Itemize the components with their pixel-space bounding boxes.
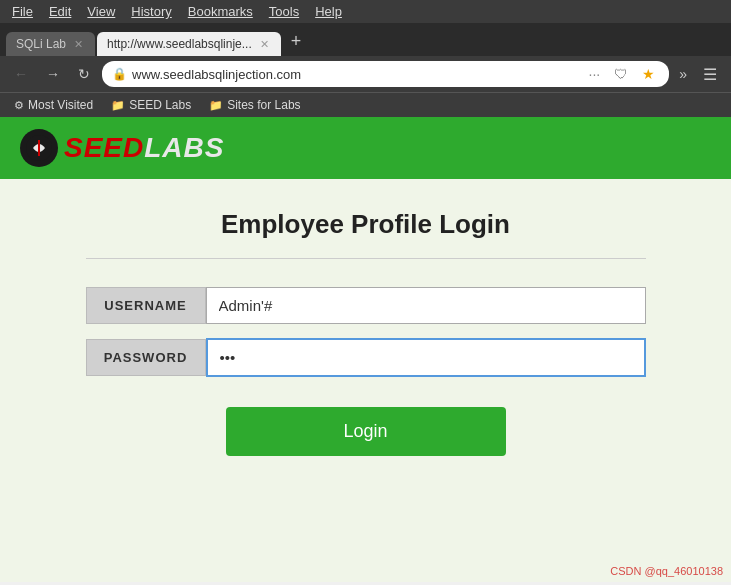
back-button[interactable]: ← xyxy=(8,63,34,85)
logo-text: SEEDLABS xyxy=(64,132,224,164)
bookmarks-bar: ⚙ Most Visited 📁 SEED Labs 📁 Sites for L… xyxy=(0,92,731,117)
star-icon[interactable]: ★ xyxy=(638,64,659,84)
tab-sqli-lab-close[interactable]: ✕ xyxy=(72,38,85,51)
bookmark-sites-for-labs[interactable]: 📁 Sites for Labs xyxy=(203,96,306,114)
menu-edit[interactable]: Edit xyxy=(43,2,77,21)
menu-help[interactable]: Help xyxy=(309,2,348,21)
url-bar[interactable]: 🔒 www.seedlabsqlinjection.com ··· 🛡 ★ xyxy=(102,61,669,87)
page-content: SEEDLABS Employee Profile Login USERNAME… xyxy=(0,117,731,582)
address-bar: ← → ↻ 🔒 www.seedlabsqlinjection.com ··· … xyxy=(0,56,731,92)
logo-icon xyxy=(20,129,58,167)
tab-bar: SQLi Lab ✕ http://www.seedlabsqlinje... … xyxy=(0,23,731,56)
password-row: PASSWORD xyxy=(86,338,646,377)
username-row: USERNAME xyxy=(86,287,646,324)
seedlabs-logo: SEEDLABS xyxy=(20,129,224,167)
bookmark-most-visited[interactable]: ⚙ Most Visited xyxy=(8,96,99,114)
tab-sqli-lab[interactable]: SQLi Lab ✕ xyxy=(6,32,95,56)
more-button[interactable]: ··· xyxy=(585,64,605,84)
url-text: www.seedlabsqlinjection.com xyxy=(132,67,580,82)
tab-sqli-lab-label: SQLi Lab xyxy=(16,37,66,51)
seed-logo-svg xyxy=(25,134,53,162)
password-input[interactable] xyxy=(206,338,646,377)
tab-seedlabsql-close[interactable]: ✕ xyxy=(258,38,271,51)
title-divider xyxy=(86,258,646,259)
username-label: USERNAME xyxy=(86,287,206,324)
most-visited-icon: ⚙ xyxy=(14,99,24,112)
login-area: Employee Profile Login USERNAME PASSWORD… xyxy=(0,179,731,582)
csdn-watermark: CSDN @qq_46010138 xyxy=(610,565,723,577)
tab-seedlabsql[interactable]: http://www.seedlabsqlinje... ✕ xyxy=(97,32,281,56)
url-actions: ··· 🛡 ★ xyxy=(585,64,660,84)
login-button[interactable]: Login xyxy=(226,407,506,456)
logo-labs-text: LABS xyxy=(144,132,224,163)
menu-history[interactable]: History xyxy=(125,2,177,21)
password-label: PASSWORD xyxy=(86,339,206,376)
bookmark-seed-labs[interactable]: 📁 SEED Labs xyxy=(105,96,197,114)
sites-for-labs-folder-icon: 📁 xyxy=(209,99,223,112)
seed-labs-folder-icon: 📁 xyxy=(111,99,125,112)
seedlabs-header: SEEDLABS xyxy=(0,117,731,179)
tab-seedlabsql-label: http://www.seedlabsqlinje... xyxy=(107,37,252,51)
menu-file[interactable]: File xyxy=(6,2,39,21)
bookmark-sites-for-labs-label: Sites for Labs xyxy=(227,98,300,112)
page-title: Employee Profile Login xyxy=(221,209,510,240)
extensions-button[interactable]: » xyxy=(675,64,691,84)
bookmark-seed-labs-label: SEED Labs xyxy=(129,98,191,112)
lock-icon: 🔒 xyxy=(112,67,127,81)
new-tab-button[interactable]: + xyxy=(283,27,310,56)
username-input[interactable] xyxy=(206,287,646,324)
hamburger-menu[interactable]: ☰ xyxy=(697,62,723,87)
login-form: USERNAME PASSWORD Login xyxy=(86,287,646,456)
menu-view[interactable]: View xyxy=(81,2,121,21)
reader-icon[interactable]: 🛡 xyxy=(610,64,632,84)
menu-bar: File Edit View History Bookmarks Tools H… xyxy=(0,0,731,23)
browser-chrome: File Edit View History Bookmarks Tools H… xyxy=(0,0,731,117)
logo-seed-text: SEED xyxy=(64,132,144,163)
menu-tools[interactable]: Tools xyxy=(263,2,305,21)
menu-bookmarks[interactable]: Bookmarks xyxy=(182,2,259,21)
reload-button[interactable]: ↻ xyxy=(72,63,96,85)
forward-button[interactable]: → xyxy=(40,63,66,85)
bookmark-most-visited-label: Most Visited xyxy=(28,98,93,112)
